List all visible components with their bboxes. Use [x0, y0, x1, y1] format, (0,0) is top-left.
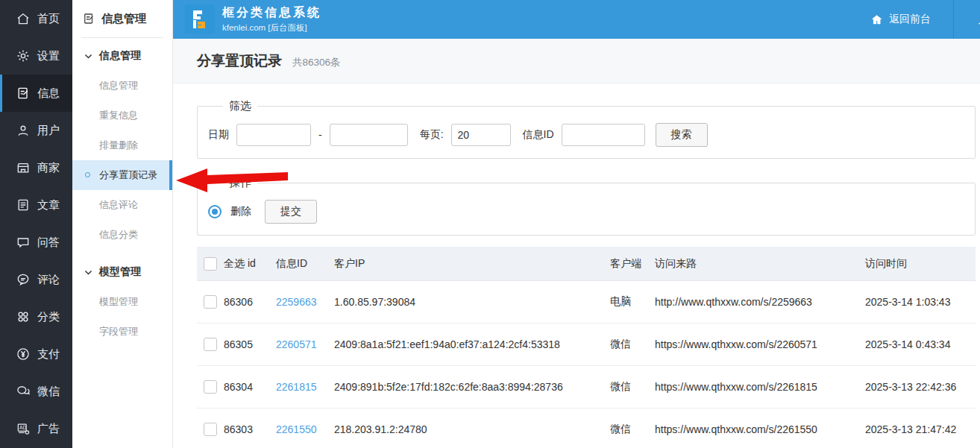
sidebar-item-label: 信息 [37, 86, 60, 101]
info-id-input[interactable] [562, 124, 645, 146]
info-id-link[interactable]: 2261550 [276, 423, 334, 435]
sidebar-item-label: 微信 [37, 385, 60, 399]
submenu-item-model-management[interactable]: 模型管理 [72, 287, 172, 317]
sidebar-item-merchants[interactable]: 商家 [0, 149, 72, 186]
submenu-item-field-management[interactable]: 字段管理 [72, 317, 172, 347]
col-header-client: 客户端 [610, 257, 655, 271]
circle-marker-icon [85, 172, 90, 177]
cell-client: 微信 [610, 338, 655, 351]
col-header-info-id: 信息ID [276, 257, 334, 271]
sidebar-item-comments[interactable]: 评论 [0, 261, 72, 298]
filter-row: 日期 - 每页: 信息ID 搜索 [208, 123, 964, 147]
date-to-input[interactable] [330, 124, 408, 146]
submenu-item-info-comments[interactable]: 信息评论 [72, 190, 172, 220]
submenu-item-label: 排量删除 [99, 139, 138, 152]
cell-client-ip: 2409:8a1a:5f21:eef1:94a0:ef37:a124:2cf4:… [334, 338, 610, 350]
cell-id: 86304 [224, 381, 276, 393]
comment-icon [16, 272, 31, 287]
sidebar-item-info[interactable]: 信息 [0, 75, 72, 112]
cell-time: 2025-3-13 21:47:42 [865, 423, 976, 435]
filter-panel: 筛选 日期 - 每页: 信息ID 搜索 [197, 99, 976, 159]
submenu-title-label: 信息管理 [101, 12, 146, 26]
sidebar-item-ads[interactable]: AD 广告 [0, 410, 72, 447]
brand-text: 框分类信息系统 kfenlei.com [后台面板] [222, 5, 321, 34]
submenu-item-duplicate-info[interactable]: 重复信息 [72, 101, 172, 130]
submenu-item-label: 信息评论 [99, 198, 138, 212]
cell-time: 2025-3-13 22:42:36 [865, 381, 976, 393]
sidebar-item-categories[interactable]: 分类 [0, 298, 72, 335]
row-checkbox[interactable] [204, 338, 217, 351]
delete-radio[interactable] [208, 205, 222, 218]
row-checkbox[interactable] [204, 423, 217, 436]
home-icon [16, 11, 31, 26]
sidebar-item-users[interactable]: 用户 [0, 112, 72, 149]
app-logo-icon [185, 4, 215, 34]
submenu-item-info-management[interactable]: 信息管理 [72, 71, 172, 101]
date-from-input[interactable] [236, 124, 311, 146]
sidebar-item-wechat[interactable]: 微信 [0, 373, 72, 410]
submenu-item-info-categories[interactable]: 信息分类 [72, 220, 172, 250]
store-icon [16, 160, 31, 175]
sidebar-item-label: 首页 [37, 12, 60, 26]
submenu-item-label: 信息管理 [99, 79, 138, 92]
cell-client-ip: 218.203.91.2:24780 [334, 423, 610, 435]
info-id-link[interactable]: 2259663 [276, 296, 334, 308]
actions-row: 删除 提交 [208, 200, 964, 224]
date-separator: - [318, 129, 322, 141]
info-id-link[interactable]: 2260571 [276, 338, 334, 350]
user-icon [16, 123, 31, 138]
search-button[interactable]: 搜索 [656, 123, 708, 147]
sidebar-item-label: 用户 [37, 124, 60, 138]
date-label: 日期 [208, 128, 229, 142]
admin-settings-button[interactable]: 管理员设置 [953, 0, 980, 39]
per-page-label: 每页: [420, 128, 444, 142]
table-row: 86303 2261550 218.203.91.2:24780 微信 http… [197, 408, 976, 448]
sidebar-item-settings[interactable]: 设置 [0, 37, 72, 75]
col-header-client-ip: 客户IP [334, 257, 610, 271]
sidebar-item-payment[interactable]: 支付 [0, 335, 72, 373]
submenu-group-label: 模型管理 [99, 265, 141, 279]
submenu-item-batch-delete[interactable]: 排量删除 [72, 130, 172, 160]
sidebar-item-qa[interactable]: 问答 [0, 224, 72, 261]
sidebar-item-home[interactable]: 首页 [0, 0, 72, 37]
cell-time: 2025-3-14 1:03:43 [865, 296, 976, 308]
submenu-group-model-management[interactable]: 模型管理 [72, 257, 172, 287]
col-header-referrer: 访问来路 [655, 257, 865, 271]
info-doc-icon [82, 12, 95, 25]
header-nav: 返回前台 管理员设置 退出登录 [848, 0, 980, 39]
cell-id: 86306 [224, 296, 276, 308]
sidebar-item-label: 设置 [37, 49, 60, 63]
table-row: 86305 2260571 2409:8a1a:5f21:eef1:94a0:e… [197, 324, 976, 366]
submenu-item-share-pin-records[interactable]: 分享置顶记录 [72, 160, 172, 190]
per-page-input[interactable] [451, 124, 511, 146]
pay-icon [16, 347, 31, 362]
sidebar-item-label: 评论 [37, 273, 60, 287]
table-header-row: 全选 id 信息ID 客户IP 客户端 访问来路 访问时间 [197, 247, 976, 281]
cell-client: 微信 [610, 380, 655, 394]
back-to-frontend-button[interactable]: 返回前台 [848, 0, 953, 39]
submenu-group-info-management[interactable]: 信息管理 [72, 41, 172, 71]
select-all-checkbox[interactable] [204, 257, 217, 271]
content-area: 筛选 日期 - 每页: 信息ID 搜索 操作 删除 提交 [173, 83, 980, 448]
sidebar-item-label: 问答 [37, 236, 60, 250]
app-subtitle: kfenlei.com [后台面板] [222, 22, 321, 34]
ad-icon: AD [16, 421, 31, 436]
filter-legend: 筛选 [223, 99, 257, 113]
cell-client: 微信 [610, 423, 655, 436]
sidebar-item-label: 商家 [37, 161, 60, 175]
submenu-item-label: 重复信息 [99, 109, 138, 122]
category-icon [16, 309, 31, 324]
sidebar-item-label: 支付 [37, 347, 60, 362]
submenu-item-label: 分享置顶记录 [99, 168, 157, 182]
sidebar-item-articles[interactable]: 文章 [0, 186, 72, 224]
info-id-link[interactable]: 2261815 [276, 381, 334, 393]
sidebar-item-label: 分类 [37, 310, 60, 324]
row-checkbox[interactable] [204, 380, 217, 394]
wechat-icon [16, 384, 31, 399]
row-checkbox[interactable] [204, 295, 217, 309]
submenu-group-label: 信息管理 [99, 49, 141, 63]
cell-time: 2025-3-14 0:43:34 [865, 338, 976, 350]
table-row: 86304 2261815 2409:891b:5f2e:17fd:182c:6… [197, 366, 976, 408]
cell-referrer: https://www.qthxxw.com/s/2260571 [655, 338, 865, 350]
submit-button[interactable]: 提交 [265, 200, 317, 224]
